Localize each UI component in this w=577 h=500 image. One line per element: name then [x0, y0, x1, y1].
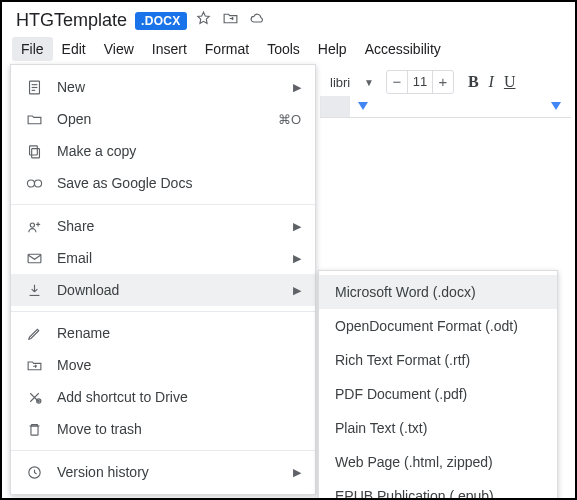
menu-help[interactable]: Help: [309, 37, 356, 61]
download-epub[interactable]: EPUB Publication (.epub): [319, 479, 557, 500]
submenu-label: Microsoft Word (.docx): [335, 284, 476, 300]
menu-accessibility[interactable]: Accessibility: [356, 37, 450, 61]
menu-view[interactable]: View: [95, 37, 143, 61]
bold-button[interactable]: B: [468, 73, 479, 91]
italic-button[interactable]: I: [489, 73, 494, 91]
menu-label: Move: [57, 357, 301, 373]
menu-bar: File Edit View Insert Format Tools Help …: [2, 35, 575, 65]
menu-edit[interactable]: Edit: [53, 37, 95, 61]
svg-rect-5: [29, 145, 37, 154]
font-size-stepper[interactable]: − 11 +: [386, 70, 454, 94]
download-odt[interactable]: OpenDocument Format (.odt): [319, 309, 557, 343]
menu-save-as-google-docs[interactable]: Save as Google Docs: [11, 167, 315, 199]
download-icon: [25, 282, 43, 299]
download-pdf[interactable]: PDF Document (.pdf): [319, 377, 557, 411]
history-icon: [25, 464, 43, 481]
increase-font-button[interactable]: +: [433, 71, 453, 93]
move-to-folder-icon[interactable]: [222, 10, 239, 31]
submenu-arrow-icon: ▶: [293, 466, 301, 479]
decrease-font-button[interactable]: −: [387, 71, 407, 93]
move-icon: [25, 357, 43, 374]
shortcut-text: ⌘O: [278, 112, 301, 127]
submenu-label: EPUB Publication (.epub): [335, 488, 494, 500]
google-docs-icon: [25, 175, 43, 192]
submenu-label: Rich Text Format (.rtf): [335, 352, 470, 368]
document-icon: [25, 79, 43, 96]
menu-file[interactable]: File: [12, 37, 53, 61]
menu-format[interactable]: Format: [196, 37, 258, 61]
menu-label: New: [57, 79, 279, 95]
menu-make-a-copy[interactable]: Make a copy: [11, 135, 315, 167]
svg-point-6: [27, 179, 34, 186]
download-submenu: Microsoft Word (.docx) OpenDocument Form…: [318, 270, 558, 500]
email-icon: [25, 250, 43, 267]
menu-label: Email: [57, 250, 279, 266]
menu-tools[interactable]: Tools: [258, 37, 309, 61]
menu-label: Download: [57, 282, 279, 298]
submenu-arrow-icon: ▶: [293, 220, 301, 233]
menu-download[interactable]: Download ▶: [11, 274, 315, 306]
menu-rename[interactable]: Rename: [11, 317, 315, 349]
separator: [11, 450, 315, 451]
submenu-label: OpenDocument Format (.odt): [335, 318, 518, 334]
formatting-toolbar: libri ▼ − 11 + B I U: [320, 66, 525, 98]
submenu-arrow-icon: ▶: [293, 252, 301, 265]
svg-rect-4: [31, 148, 39, 157]
submenu-arrow-icon: ▶: [293, 81, 301, 94]
submenu-arrow-icon: ▶: [293, 284, 301, 297]
menu-label: Make a copy: [57, 143, 301, 159]
menu-label: Version history: [57, 464, 279, 480]
download-rtf[interactable]: Rich Text Format (.rtf): [319, 343, 557, 377]
menu-add-shortcut[interactable]: Add shortcut to Drive: [11, 381, 315, 413]
menu-label: Add shortcut to Drive: [57, 389, 301, 405]
menu-label: Save as Google Docs: [57, 175, 301, 191]
separator: [11, 311, 315, 312]
svg-point-8: [30, 222, 34, 226]
folder-icon: [25, 111, 43, 128]
pencil-icon: [25, 325, 43, 342]
menu-label: Rename: [57, 325, 301, 341]
add-shortcut-icon: [25, 389, 43, 406]
menu-insert[interactable]: Insert: [143, 37, 196, 61]
submenu-label: PDF Document (.pdf): [335, 386, 467, 402]
menu-email[interactable]: Email ▶: [11, 242, 315, 274]
docx-badge: .DOCX: [135, 12, 187, 30]
menu-open[interactable]: Open ⌘O: [11, 103, 315, 135]
submenu-label: Plain Text (.txt): [335, 420, 427, 436]
title-bar: HTGTemplate .DOCX: [2, 2, 575, 35]
menu-label: Move to trash: [57, 421, 301, 437]
download-docx[interactable]: Microsoft Word (.docx): [319, 275, 557, 309]
separator: [11, 204, 315, 205]
svg-rect-15: [30, 425, 37, 434]
menu-label: Open: [57, 111, 264, 127]
horizontal-ruler[interactable]: [320, 96, 571, 118]
submenu-label: Web Page (.html, zipped): [335, 454, 493, 470]
menu-move-to-trash[interactable]: Move to trash: [11, 413, 315, 445]
copy-icon: [25, 143, 43, 160]
font-size-value[interactable]: 11: [407, 71, 433, 93]
menu-version-history[interactable]: Version history ▶: [11, 456, 315, 488]
menu-share[interactable]: Share ▶: [11, 210, 315, 242]
cloud-status-icon[interactable]: [249, 10, 266, 31]
download-txt[interactable]: Plain Text (.txt): [319, 411, 557, 445]
chevron-down-icon[interactable]: ▼: [364, 77, 374, 88]
svg-rect-11: [28, 254, 41, 263]
file-menu-dropdown: New ▶ Open ⌘O Make a copy Save as Google…: [10, 64, 316, 495]
star-icon[interactable]: [195, 10, 212, 31]
share-icon: [25, 218, 43, 235]
trash-icon: [25, 421, 43, 438]
font-selector[interactable]: libri: [330, 75, 358, 90]
document-title[interactable]: HTGTemplate: [16, 10, 127, 31]
menu-label: Share: [57, 218, 279, 234]
svg-point-7: [34, 179, 41, 186]
underline-button[interactable]: U: [504, 73, 516, 91]
download-html[interactable]: Web Page (.html, zipped): [319, 445, 557, 479]
menu-new[interactable]: New ▶: [11, 71, 315, 103]
menu-move[interactable]: Move: [11, 349, 315, 381]
